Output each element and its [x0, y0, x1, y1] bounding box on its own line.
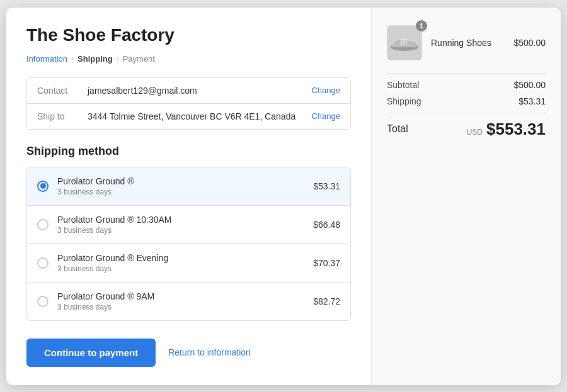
subtotal-row: Subtotal $500.00 [387, 80, 546, 90]
breadcrumb-information[interactable]: Information [26, 54, 67, 64]
ship-to-row: Ship to 3444 Tolmie Street, Vancouver BC… [27, 103, 350, 129]
left-panel: The Shoe Factory Information › Shipping … [6, 8, 372, 385]
shoe-icon [389, 33, 420, 53]
shipping-row: Shipping $53.31 [387, 96, 546, 106]
radio-4 [37, 296, 49, 307]
item-badge: 1 [416, 20, 427, 31]
radio-2 [37, 219, 49, 230]
contact-value: jamesalbert129@gmail.com [88, 86, 311, 96]
order-item: 1 Running Shoes $500.00 [387, 25, 546, 60]
option-2-price: $66.48 [313, 220, 340, 230]
total-label: Total [387, 123, 408, 135]
subtotal-value: $500.00 [513, 80, 546, 90]
breadcrumb: Information › Shipping › Payment [26, 54, 351, 64]
shipping-label: Shipping [387, 96, 421, 106]
option-4-details: Purolator Ground ® 9AM 3 business days [57, 291, 313, 311]
breadcrumb-payment: Payment [123, 54, 155, 64]
item-price: $500.00 [513, 38, 546, 48]
ship-to-label: Ship to [37, 111, 88, 121]
option-4-name: Purolator Ground ® 9AM [57, 291, 313, 301]
shipping-option-3[interactable]: Purolator Ground ® Evening 3 business da… [27, 244, 350, 282]
breadcrumb-shipping: Shipping [77, 54, 113, 64]
contact-ship-box: Contact jamesalbert129@gmail.com Change … [26, 77, 351, 130]
total-currency: USD [467, 128, 483, 137]
total-row: Total USD $553.31 [387, 120, 546, 139]
shipping-option-2[interactable]: Purolator Ground ® 10:30AM 3 business da… [27, 205, 350, 244]
svg-rect-3 [406, 40, 407, 45]
checkout-modal: The Shoe Factory Information › Shipping … [6, 8, 561, 385]
shipping-method-title: Shipping method [26, 145, 351, 158]
right-panel: 1 Running Shoes $500.00 Subtotal $500.00… [372, 8, 561, 385]
option-1-details: Purolator Ground ® 3 business days [57, 176, 313, 196]
item-image-wrap: 1 [387, 25, 422, 60]
option-3-details: Purolator Ground ® Evening 3 business da… [57, 253, 313, 273]
option-2-details: Purolator Ground ® 10:30AM 3 business da… [57, 215, 313, 235]
breadcrumb-sep1: › [71, 54, 74, 63]
svg-rect-2 [403, 40, 404, 45]
radio-1 [37, 181, 49, 192]
order-divider-1 [387, 73, 546, 74]
option-1-name: Purolator Ground ® [57, 176, 313, 186]
radio-3 [37, 257, 49, 269]
item-name: Running Shoes [431, 38, 505, 48]
breadcrumb-sep2: › [117, 54, 119, 63]
shipping-option-1[interactable]: Purolator Ground ® 3 business days $53.3… [27, 167, 350, 205]
option-1-days: 3 business days [57, 188, 313, 196]
shipping-option-4[interactable]: Purolator Ground ® 9AM 3 business days $… [27, 282, 350, 320]
option-4-price: $82.72 [313, 296, 340, 306]
option-2-days: 3 business days [57, 226, 313, 235]
shipping-options-list: Purolator Ground ® 3 business days $53.3… [26, 167, 351, 321]
option-3-days: 3 business days [57, 264, 313, 273]
option-3-price: $70.37 [313, 258, 340, 268]
ship-to-change-button[interactable]: Change [311, 111, 340, 121]
total-value: $553.31 [486, 120, 546, 139]
contact-row: Contact jamesalbert129@gmail.com Change [27, 78, 350, 103]
contact-change-button[interactable]: Change [311, 86, 340, 95]
contact-label: Contact [37, 86, 88, 96]
shipping-value: $53.31 [518, 96, 546, 106]
radio-inner-1 [40, 183, 46, 189]
option-1-price: $53.31 [313, 181, 340, 191]
option-4-days: 3 business days [57, 303, 313, 311]
item-image [387, 25, 422, 60]
action-buttons: Continue to payment Return to informatio… [26, 339, 351, 367]
continue-to-payment-button[interactable]: Continue to payment [26, 339, 156, 367]
subtotal-label: Subtotal [387, 80, 419, 90]
store-title: The Shoe Factory [26, 25, 351, 45]
svg-rect-1 [401, 40, 402, 45]
return-to-information-link[interactable]: Return to information [168, 347, 251, 357]
ship-to-value: 3444 Tolmie Street, Vancouver BC V6R 4E1… [88, 111, 311, 121]
order-divider-2 [387, 113, 546, 113]
option-2-name: Purolator Ground ® 10:30AM [57, 215, 313, 225]
total-value-wrap: USD $553.31 [467, 120, 546, 139]
option-3-name: Purolator Ground ® Evening [57, 253, 313, 263]
